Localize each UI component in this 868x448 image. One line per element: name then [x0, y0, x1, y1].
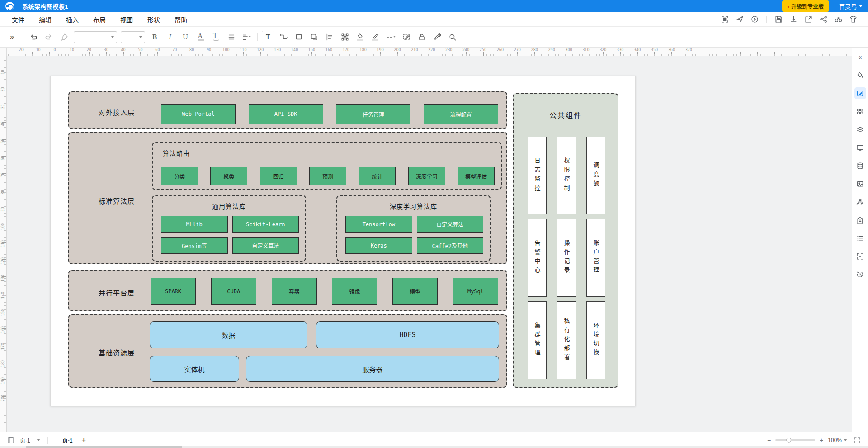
orgchart-icon[interactable] — [854, 196, 866, 208]
share-icon[interactable] — [817, 14, 829, 25]
shape-box[interactable]: 自定义算法 — [417, 216, 484, 233]
shape-box[interactable]: 深度学习 — [408, 167, 445, 185]
canvas[interactable]: 对外接入层 Web PortalAPI SDK任务管理流程配置 标准算法层 算法… — [7, 56, 852, 432]
shape-box[interactable]: Scikit-Learn — [232, 216, 299, 233]
font-family-select[interactable] — [74, 31, 117, 43]
vertical-card[interactable]: 权限控制 — [557, 137, 576, 214]
menu-insert[interactable]: 插入 — [59, 13, 86, 26]
shapes-grid-icon[interactable] — [854, 105, 866, 117]
shape-box[interactable]: Caffe2及其他 — [417, 237, 484, 254]
zoom-slider[interactable] — [775, 439, 815, 441]
shape-box[interactable]: MLlib — [161, 216, 228, 233]
theme-shirt-icon[interactable] — [847, 14, 859, 25]
group-common-lib[interactable]: 通用算法库 MLlibScikit-LearnGensim等自定义算法 — [152, 195, 306, 262]
font-size-select[interactable] — [121, 31, 145, 43]
shape-box[interactable]: MySql — [453, 278, 498, 305]
format-painter-icon[interactable] — [58, 31, 71, 43]
layer-platform[interactable]: 并行平台层 SPARKCUDA容器镜像模型MySql — [68, 270, 507, 311]
duplicate-icon[interactable] — [308, 31, 321, 43]
shape-box[interactable]: Gensim等 — [161, 237, 228, 254]
menu-view[interactable]: 视图 — [113, 13, 140, 26]
group-deep-lib[interactable]: 深度学习算法库 Tensorflow自定义算法KerasCaffe2及其他 — [336, 195, 491, 262]
zoom-slider-knob[interactable] — [786, 438, 791, 443]
vertical-card[interactable]: 环境切换 — [586, 301, 605, 379]
group-icon[interactable] — [339, 31, 351, 43]
shape-box[interactable]: 分类 — [161, 167, 198, 185]
download-icon[interactable] — [788, 14, 799, 25]
zoom-in-button[interactable]: + — [820, 437, 823, 444]
line-spacing-icon[interactable] — [225, 31, 238, 43]
text-tool-icon[interactable]: T — [262, 31, 274, 43]
page-selector[interactable]: 页-1 — [20, 436, 40, 444]
search-icon[interactable] — [446, 31, 459, 43]
lock-icon[interactable] — [415, 31, 428, 43]
menu-shape[interactable]: 形状 — [140, 13, 167, 26]
text-style-button[interactable]: T — [210, 31, 222, 43]
shape-host[interactable]: 实体机 — [150, 356, 239, 382]
building-icon[interactable] — [854, 214, 866, 226]
monitor-icon[interactable] — [854, 142, 866, 153]
expand-icon[interactable] — [854, 250, 866, 262]
image-icon[interactable] — [854, 178, 866, 190]
page-tab[interactable]: 页-1 — [60, 434, 75, 446]
export-icon[interactable] — [802, 14, 814, 25]
binoculars-icon[interactable] — [832, 14, 844, 25]
underline-button[interactable]: U — [179, 31, 192, 43]
database-icon[interactable] — [854, 160, 866, 172]
shape-box[interactable]: 流程配置 — [424, 104, 498, 124]
layer-resources[interactable]: 基础资源层 数据 HDFS 实体机 服务器 — [68, 314, 507, 388]
shape-box[interactable]: Web Portal — [161, 104, 236, 124]
shape-box[interactable]: 模型 — [392, 278, 438, 305]
account-menu[interactable]: 百灵鸟 — [839, 2, 863, 10]
menu-help[interactable]: 帮助 — [167, 13, 194, 26]
connector-icon[interactable] — [277, 31, 290, 43]
shape-data[interactable]: 数据 — [150, 321, 307, 348]
pages-panel-icon[interactable] — [5, 435, 16, 446]
fill-color-icon[interactable] — [354, 31, 367, 43]
layer-algorithms[interactable]: 标准算法层 算法路由 分类聚类回归预测统计深度学习模型评估 通用算法库 MLli… — [68, 132, 507, 264]
save-icon[interactable] — [773, 14, 784, 25]
history-icon[interactable] — [854, 268, 866, 280]
vertical-card[interactable]: 日志监控 — [528, 137, 547, 214]
outline-icon[interactable] — [854, 232, 866, 244]
group-algorithm-routing[interactable]: 算法路由 分类聚类回归预测统计深度学习模型评估 — [152, 142, 502, 190]
upgrade-button[interactable]: •升级到专业版 — [782, 0, 829, 12]
shape-box[interactable]: 统计 — [359, 167, 396, 185]
app-logo-icon[interactable] — [5, 2, 14, 10]
h-scrollbar-thumb[interactable] — [26, 446, 182, 448]
vertical-card[interactable]: 集群管理 — [528, 301, 547, 379]
shape-box[interactable]: SPARK — [151, 278, 196, 305]
collapse-icon[interactable]: « — [854, 51, 866, 63]
shape-box[interactable]: 模型评估 — [458, 167, 495, 185]
align-icon[interactable] — [323, 31, 336, 43]
style-icon[interactable] — [854, 69, 866, 81]
shape-box[interactable]: 回归 — [260, 167, 297, 185]
line-color-icon[interactable] — [369, 31, 382, 43]
h-scrollbar[interactable] — [0, 446, 868, 448]
redo-icon[interactable] — [42, 31, 55, 43]
layers-icon[interactable] — [854, 124, 866, 135]
shape-hdfs[interactable]: HDFS — [316, 321, 499, 348]
play-icon[interactable] — [749, 14, 760, 25]
shape-box[interactable]: 任务管理 — [336, 104, 410, 124]
shape-box[interactable]: CUDA — [211, 278, 256, 305]
expand-toolbar-icon[interactable]: » — [6, 31, 19, 43]
frame-icon[interactable] — [292, 31, 305, 43]
menu-file[interactable]: 文件 — [5, 13, 32, 26]
menu-layout[interactable]: 布局 — [86, 13, 113, 26]
paragraph-style-icon[interactable] — [241, 31, 253, 43]
undo-icon[interactable] — [27, 31, 40, 43]
vertical-card[interactable]: 调度额 — [586, 137, 605, 214]
shape-box[interactable]: 容器 — [272, 278, 317, 305]
send-icon[interactable] — [734, 14, 745, 25]
shape-box[interactable]: 预测 — [309, 167, 346, 185]
menu-edit[interactable]: 编辑 — [32, 13, 59, 26]
layer-access[interactable]: 对外接入层 Web PortalAPI SDK任务管理流程配置 — [68, 91, 507, 129]
add-page-button[interactable]: + — [81, 436, 86, 445]
shape-server[interactable]: 服务器 — [246, 356, 499, 382]
zoom-level[interactable]: 100% — [828, 437, 847, 443]
edit-panel-icon[interactable] — [854, 87, 866, 99]
fullscreen-icon[interactable] — [852, 435, 863, 446]
zoom-out-button[interactable]: − — [767, 437, 771, 444]
vertical-card[interactable]: 告警中心 — [528, 219, 547, 297]
